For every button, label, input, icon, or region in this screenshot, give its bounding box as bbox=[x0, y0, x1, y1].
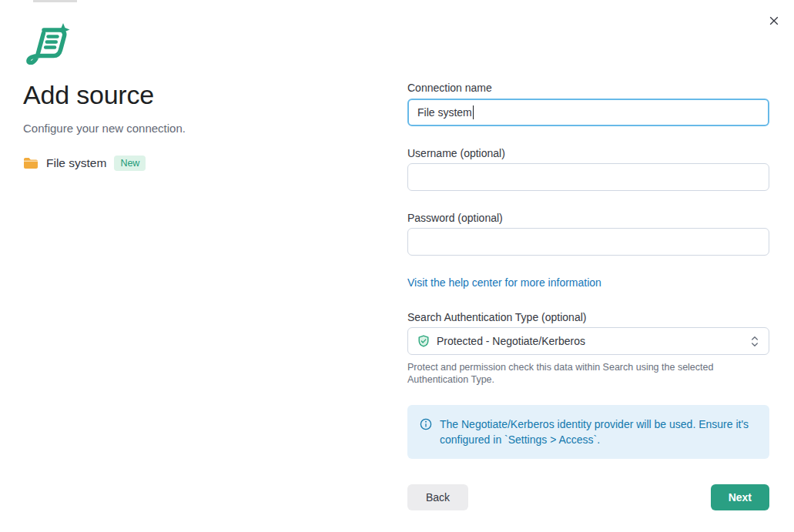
folder-icon bbox=[23, 157, 39, 169]
auth-type-selected-value: Protected - Negotiate/Kerberos bbox=[437, 335, 743, 347]
background-window-fragment bbox=[33, 0, 77, 2]
source-name: File system bbox=[46, 156, 106, 170]
username-label: Username (optional) bbox=[407, 147, 769, 160]
info-callout: The Negotiate/Kerberos identity provider… bbox=[407, 405, 769, 459]
connection-form: Connection name File system Username (op… bbox=[407, 0, 769, 510]
auth-type-label: Search Authentication Type (optional) bbox=[407, 311, 769, 324]
close-icon bbox=[769, 15, 779, 26]
connection-name-label: Connection name bbox=[407, 82, 769, 95]
help-center-link[interactable]: Visit the help center for more informati… bbox=[407, 276, 601, 289]
page-subtitle: Configure your new connection. bbox=[23, 122, 370, 136]
brand-logo-icon bbox=[23, 23, 71, 65]
password-input[interactable] bbox=[407, 228, 769, 256]
back-button[interactable]: Back bbox=[407, 484, 468, 510]
chevron-up-down-icon bbox=[750, 335, 759, 348]
connection-name-input[interactable]: File system bbox=[407, 99, 769, 126]
callout-text: The Negotiate/Kerberos identity provider… bbox=[440, 417, 757, 447]
selected-source-item: File system New bbox=[23, 156, 370, 171]
password-label: Password (optional) bbox=[407, 212, 769, 225]
page-title: Add source bbox=[23, 80, 370, 109]
next-button[interactable]: Next bbox=[711, 484, 769, 510]
connection-name-value: File system bbox=[417, 106, 472, 119]
auth-type-select[interactable]: Protected - Negotiate/Kerberos bbox=[407, 327, 769, 355]
form-actions: Back Next bbox=[407, 484, 769, 510]
new-badge: New bbox=[114, 156, 146, 171]
auth-type-help-text: Protect and permission check this data w… bbox=[407, 362, 754, 386]
text-caret bbox=[473, 105, 474, 119]
username-input[interactable] bbox=[407, 163, 769, 191]
left-panel: Add source Configure your new connection… bbox=[23, 23, 370, 171]
shield-check-icon bbox=[417, 335, 430, 347]
info-icon bbox=[420, 418, 432, 430]
add-source-modal: Add source Configure your new connection… bbox=[0, 0, 794, 532]
